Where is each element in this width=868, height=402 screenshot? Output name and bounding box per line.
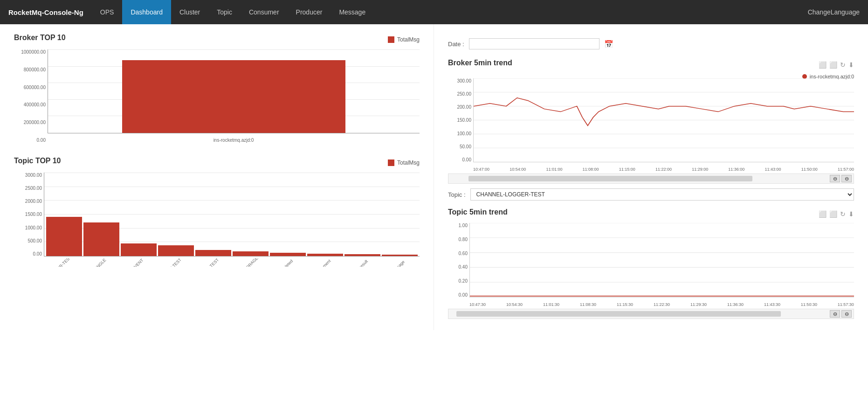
broker-y1: 0.00	[37, 138, 46, 143]
broker-top10-header: Broker TOP 10 TotalMsg	[14, 34, 420, 46]
topic-bar-chart: 3000.00 2500.00 2000.00 1500.00 1000.00 …	[14, 173, 420, 280]
topic-bar-9	[344, 254, 380, 256]
broker-scroll-left[interactable]: ⊖	[830, 175, 840, 182]
topic-top10-section: Topic TOP 10 TotalMsg 3000.00 2500.00 20…	[14, 157, 420, 280]
broker-trend-xaxis: 10:47:00 10:54:00 11:01:00 11:08:00 11:1…	[473, 167, 854, 172]
topic-scrollbar[interactable]: ⊖ ⊖	[448, 309, 854, 319]
broker-y5: 800000.00	[24, 67, 46, 72]
navbar: RocketMq-Console-Ng OPS Dashboard Cluste…	[0, 0, 868, 24]
topic-trend-svg	[470, 223, 854, 297]
left-panel: Broker TOP 10 TotalMsg 1000000.00 800000…	[0, 24, 434, 330]
topic-bar-1	[46, 217, 82, 256]
topic-bar-2	[83, 222, 119, 256]
broker-legend-color	[388, 36, 394, 43]
topic-bar-3	[121, 243, 157, 256]
nav-topic[interactable]: Topic	[208, 0, 241, 24]
broker-trend-section: Broker 5min trend ⬜ ⬜ ↻ ⬇ ins-rocketmq.a…	[448, 59, 854, 184]
topic-trend-section: Topic 5min trend ⬜ ⬜ ↻ ⬇ 1.00 0.80 0.60 …	[448, 208, 854, 319]
broker-line-chart: ins-rocketmq.azjd:0 300.00 250.00 200.00…	[448, 74, 854, 172]
broker-trend-chart-area	[473, 78, 854, 162]
refresh-icon[interactable]: ↻	[840, 61, 846, 69]
broker-trend-yaxis: 300.00 250.00 200.00 150.00 100.00 50.00…	[448, 78, 473, 162]
topic-bar-8	[307, 254, 343, 256]
broker-trend-svg	[474, 78, 854, 162]
broker-scroll-btns: ⊖ ⊖	[830, 175, 852, 182]
broker-y3: 400000.00	[24, 102, 46, 107]
window-icon[interactable]: ⬜	[829, 61, 837, 69]
broker-y6: 1000000.00	[21, 49, 46, 55]
broker-yaxis: 1000000.00 800000.00 600000.00 400000.00…	[14, 49, 48, 143]
topic-label: Topic :	[448, 191, 466, 198]
date-row: Date : 📅	[448, 38, 854, 49]
date-label: Date :	[448, 41, 464, 48]
topic-bar-7	[270, 253, 306, 256]
topic-top10-legend: TotalMsg	[388, 159, 420, 166]
download-icon[interactable]: ⬇	[848, 61, 854, 69]
nav-message[interactable]: Message	[331, 0, 374, 24]
topic-trend-title: Topic 5min trend	[448, 208, 508, 216]
topic-xlabels: LOGGER-TEST TE-SINGLE SM-EVENT VENT-TEST…	[44, 256, 420, 280]
broker-top10-legend: TotalMsg	[388, 36, 420, 43]
topic-scroll-btns: ⊖ ⊖	[830, 310, 852, 318]
topic-bar-10	[382, 255, 418, 256]
expand-icon[interactable]: ⬜	[819, 61, 827, 69]
broker-chart-area	[48, 49, 420, 133]
change-language[interactable]: ChangeLanguage	[799, 8, 868, 16]
topic-trend-header: Topic 5min trend ⬜ ⬜ ↻ ⬇	[448, 208, 854, 220]
nav-producer[interactable]: Producer	[288, 0, 331, 24]
expand-icon-2[interactable]: ⬜	[819, 210, 827, 218]
nav-consumer[interactable]: Consumer	[241, 0, 288, 24]
calendar-icon[interactable]: 📅	[604, 40, 613, 49]
broker-bar	[122, 60, 345, 133]
nav-cluster[interactable]: Cluster	[171, 0, 208, 24]
nav-ops[interactable]: OPS	[92, 0, 123, 24]
topic-line-chart: 1.00 0.80 0.60 0.40 0.20 0.00	[448, 223, 854, 307]
broker-scrollbar[interactable]: ⊖ ⊖	[448, 173, 854, 184]
topic-top10-header: Topic TOP 10 TotalMsg	[14, 157, 420, 169]
topic-yaxis: 3000.00 2500.00 2000.00 1500.00 1000.00 …	[14, 173, 44, 256]
broker-top10-title: Broker TOP 10	[14, 34, 66, 42]
right-panel: Date : 📅 Broker 5min trend ⬜ ⬜ ↻ ⬇ i	[434, 24, 868, 330]
navbar-brand: RocketMq-Console-Ng	[0, 8, 92, 16]
topic-bar-6	[233, 251, 269, 256]
broker-y2: 200000.00	[24, 120, 46, 125]
broker-trend-title: Broker 5min trend	[448, 59, 512, 67]
download-icon-2[interactable]: ⬇	[848, 210, 854, 218]
topic-chart-area	[44, 173, 420, 256]
main-content: Broker TOP 10 TotalMsg 1000000.00 800000…	[0, 24, 868, 330]
topic-legend-label: TotalMsg	[397, 159, 420, 166]
topic-scroll-right[interactable]: ⊖	[841, 310, 852, 318]
topic-bar-5	[195, 250, 231, 256]
broker-scroll-thumb[interactable]	[468, 176, 752, 181]
broker-trend-icons: ⬜ ⬜ ↻ ⬇	[819, 61, 854, 69]
nav-dashboard[interactable]: Dashboard	[122, 0, 171, 24]
topic-top10-title: Topic TOP 10	[14, 157, 61, 165]
broker-trend-header: Broker 5min trend ⬜ ⬜ ↻ ⬇	[448, 59, 854, 71]
broker-xlabel: ins-rocketmq.azjd:0	[48, 138, 420, 143]
topic-trend-chart-area	[469, 223, 854, 298]
topic-selector-row: Topic : CHANNEL-LOGGER-TEST	[448, 188, 854, 201]
broker-y4: 600000.00	[24, 85, 46, 90]
grid-line	[48, 49, 420, 50]
topic-trend-yaxis: 1.00 0.80 0.60 0.40 0.20 0.00	[448, 223, 469, 298]
window-icon-2[interactable]: ⬜	[829, 210, 837, 218]
broker-legend-label: TotalMsg	[397, 36, 420, 43]
topic-trend-icons: ⬜ ⬜ ↻ ⬇	[819, 210, 854, 218]
broker-x-label: ins-rocketmq.azjd:0	[214, 138, 254, 143]
topic-bars	[44, 173, 420, 256]
topic-trend-xaxis: 10:47:30 10:54:30 11:01:30 11:08:30 11:1…	[469, 302, 854, 307]
topic-scroll-thumb[interactable]	[456, 311, 780, 317]
refresh-icon-2[interactable]: ↻	[840, 210, 846, 218]
topic-select[interactable]: CHANNEL-LOGGER-TEST	[470, 188, 854, 201]
topic-scroll-left[interactable]: ⊖	[830, 310, 840, 318]
broker-scroll-right[interactable]: ⊖	[841, 175, 852, 182]
broker-top10-section: Broker TOP 10 TotalMsg 1000000.00 800000…	[14, 34, 420, 143]
topic-legend-color	[388, 159, 394, 166]
topic-bar-4	[158, 245, 194, 256]
broker-bar-chart: 1000000.00 800000.00 600000.00 400000.00…	[14, 49, 420, 143]
date-input[interactable]	[469, 38, 599, 49]
